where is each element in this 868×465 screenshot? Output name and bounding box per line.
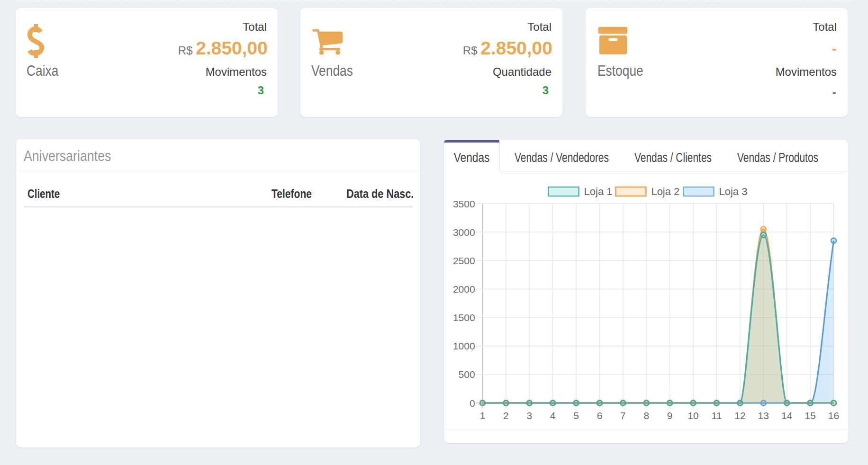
svg-text:2: 2 — [503, 410, 509, 421]
svg-text:5: 5 — [573, 410, 579, 421]
svg-text:10: 10 — [687, 410, 698, 421]
svg-text:1: 1 — [480, 410, 486, 421]
svg-text:1000: 1000 — [453, 340, 475, 351]
svg-text:2000: 2000 — [453, 284, 475, 295]
svg-text:3500: 3500 — [453, 198, 475, 209]
svg-text:12: 12 — [734, 410, 745, 421]
svg-text:500: 500 — [459, 369, 475, 380]
svg-text:6: 6 — [597, 410, 603, 421]
svg-text:0: 0 — [470, 398, 475, 409]
svg-text:11: 11 — [712, 410, 722, 421]
svg-text:Loja 3: Loja 3 — [719, 186, 748, 197]
svg-text:14: 14 — [781, 410, 793, 421]
svg-text:15: 15 — [805, 410, 815, 421]
svg-text:2500: 2500 — [453, 255, 475, 266]
svg-text:13: 13 — [758, 410, 769, 421]
svg-text:3: 3 — [526, 410, 532, 421]
svg-text:9: 9 — [667, 410, 673, 421]
svg-text:Loja 1: Loja 1 — [584, 186, 613, 197]
svg-text:16: 16 — [828, 410, 839, 421]
svg-text:1500: 1500 — [453, 312, 475, 323]
svg-text:4: 4 — [550, 410, 556, 421]
svg-text:7: 7 — [620, 410, 626, 421]
svg-text:8: 8 — [643, 410, 649, 421]
svg-text:Loja 2: Loja 2 — [651, 186, 679, 197]
svg-text:3000: 3000 — [453, 227, 475, 238]
